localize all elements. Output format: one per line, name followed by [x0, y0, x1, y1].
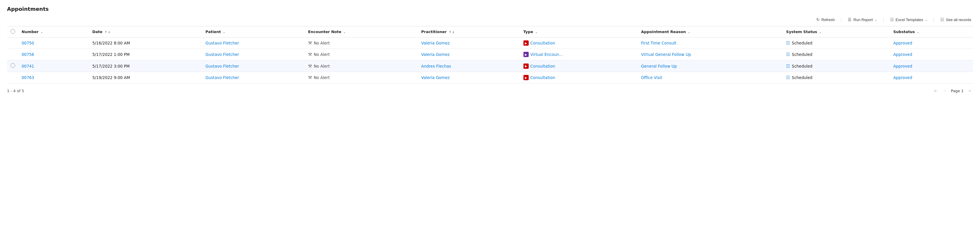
row-number: 00763 — [19, 72, 89, 83]
row-substatus: Approved — [890, 49, 973, 60]
row-type: ▶Consultation — [520, 37, 638, 49]
row-appointment-reason: General Follow Up — [638, 60, 783, 72]
row-type: ▶Consultation — [520, 60, 638, 72]
column-number: Number ⌄ — [19, 26, 89, 37]
row-number: 00741 — [19, 60, 89, 72]
type-link[interactable]: Consultation — [530, 41, 555, 45]
reason-link[interactable]: Virtual General Follow Up — [641, 52, 691, 57]
number-link[interactable]: 00763 — [22, 75, 34, 80]
row-date: 5/16/2022 8:00 AM — [89, 37, 203, 49]
type-link[interactable]: Virtual Encoun... — [530, 52, 563, 57]
row-system-status: ☷Scheduled — [783, 37, 890, 49]
column-encounter-note: Encounter Note ⌄ — [305, 26, 418, 37]
row-encounter-note: ⚒No Alert — [305, 49, 418, 60]
refresh-icon: ↻ — [816, 17, 820, 22]
substatus-link[interactable]: Approved — [893, 52, 912, 57]
row-radio[interactable] — [11, 63, 15, 68]
encounter-note-text: No Alert — [314, 75, 330, 80]
table-row: 007565/17/2022 1:00 PMGustavo Fletcher⚒N… — [7, 49, 973, 60]
type-badge-icon: ▶ — [523, 75, 529, 80]
first-page-button[interactable]: ⇤ — [933, 88, 939, 94]
reason-link[interactable]: First Time Consult — [641, 41, 676, 45]
patient-link[interactable]: Gustavo Fletcher — [205, 75, 239, 80]
row-patient: Gustavo Fletcher — [203, 37, 305, 49]
type-link[interactable]: Consultation — [530, 64, 555, 69]
status-text: Scheduled — [792, 75, 813, 80]
status-icon: ☷ — [786, 64, 790, 69]
row-date: 5/17/2022 1:00 PM — [89, 49, 203, 60]
system-status-sort-icon[interactable]: ⌄ — [819, 31, 821, 34]
row-encounter-note: ⚒No Alert — [305, 37, 418, 49]
patient-link[interactable]: Gustavo Fletcher — [205, 41, 239, 45]
table-row: 007635/19/2022 9:00 AMGustavo Fletcher⚒N… — [7, 72, 973, 83]
type-sort-icon[interactable]: ⌄ — [535, 31, 538, 34]
number-sort-icon[interactable]: ⌄ — [41, 31, 43, 34]
encounter-note-text: No Alert — [314, 64, 330, 69]
row-patient: Gustavo Fletcher — [203, 72, 305, 83]
row-system-status: ☷Scheduled — [783, 72, 890, 83]
reason-link[interactable]: Office Visit — [641, 75, 662, 80]
practitioner-link[interactable]: Valeria Gomez — [421, 52, 450, 57]
type-badge-icon: ▶ — [523, 52, 529, 57]
encounter-icon: ⚒ — [308, 52, 312, 57]
row-select-cell — [7, 49, 19, 60]
row-appointment-reason: Virtual General Follow Up — [638, 49, 783, 60]
row-date: 5/17/2022 3:00 PM — [89, 60, 203, 72]
prev-page-button[interactable]: ← — [942, 88, 948, 94]
practitioner-link[interactable]: Valeria Gomez — [421, 41, 450, 45]
reason-link[interactable]: General Follow Up — [641, 64, 677, 69]
row-practitioner: Valeria Gomez — [418, 49, 520, 60]
patient-link[interactable]: Gustavo Fletcher — [205, 64, 239, 69]
pagination: 1 - 4 of 5 ⇤ ← Page 1 → — [7, 88, 973, 94]
refresh-button[interactable]: ↻ Refresh — [815, 16, 837, 23]
number-link[interactable]: 00756 — [22, 52, 34, 57]
status-icon: ☷ — [786, 75, 790, 80]
type-badge-icon: ▶ — [523, 40, 529, 46]
substatus-link[interactable]: Approved — [893, 41, 912, 45]
see-all-records-icon: ☷ — [940, 17, 944, 22]
practitioner-sort-up-icon[interactable]: ↑ — [449, 31, 451, 34]
row-patient: Gustavo Fletcher — [203, 49, 305, 60]
practitioner-link[interactable]: Andres Flechas — [421, 64, 451, 69]
type-link[interactable]: Consultation — [530, 75, 555, 80]
column-select — [7, 26, 19, 37]
page-number: Page 1 — [951, 89, 964, 93]
appointments-table: Number ⌄ Date ↑↓ Patient ⌄ Encounter Not… — [7, 26, 973, 83]
reason-sort-icon[interactable]: ⌄ — [688, 31, 690, 34]
excel-templates-chevron: ⌄ — [925, 18, 927, 21]
column-type: Type ⌄ — [520, 26, 638, 37]
next-page-button[interactable]: → — [966, 88, 973, 94]
row-select-cell — [7, 37, 19, 49]
table-row: 007415/17/2022 3:00 PMGustavo Fletcher⚒N… — [7, 60, 973, 72]
substatus-sort-icon[interactable]: ⌄ — [916, 31, 919, 34]
encounter-icon: ⚒ — [308, 64, 312, 69]
number-link[interactable]: 00750 — [22, 41, 34, 45]
practitioner-sort-down-icon[interactable]: ↓ — [452, 31, 455, 34]
type-badge-icon: ▶ — [523, 64, 529, 69]
column-appointment-reason: Appointment Reason ⌄ — [638, 26, 783, 37]
date-sort-up-icon[interactable]: ↑ — [105, 31, 107, 34]
encounter-icon: ⚒ — [308, 75, 312, 80]
row-patient: Gustavo Fletcher — [203, 60, 305, 72]
practitioner-link[interactable]: Valeria Gomez — [421, 75, 450, 80]
date-sort-down-icon[interactable]: ↓ — [108, 31, 110, 34]
encounter-sort-icon[interactable]: ⌄ — [343, 31, 346, 34]
excel-templates-icon: ☷ — [890, 17, 894, 22]
row-appointment-reason: Office Visit — [638, 72, 783, 83]
number-link[interactable]: 00741 — [22, 64, 34, 69]
row-select-cell — [7, 60, 19, 72]
column-practitioner: Practitioner ↑↓ — [418, 26, 520, 37]
status-text: Scheduled — [792, 64, 813, 69]
excel-templates-button[interactable]: ☷ Excel Templates ⌄ — [888, 16, 929, 23]
see-all-records-button[interactable]: ☷ See all records — [939, 16, 973, 23]
substatus-link[interactable]: Approved — [893, 75, 912, 80]
row-appointment-reason: First Time Consult — [638, 37, 783, 49]
column-system-status: System Status ⌄ — [783, 26, 890, 37]
encounter-note-text: No Alert — [314, 41, 330, 45]
run-report-button[interactable]: ☰ Run Report ⌄ — [846, 16, 878, 23]
substatus-link[interactable]: Approved — [893, 64, 912, 69]
header-checkbox[interactable] — [11, 29, 15, 34]
patient-link[interactable]: Gustavo Fletcher — [205, 52, 239, 57]
pagination-controls: ⇤ ← Page 1 → — [933, 88, 973, 94]
patient-sort-icon[interactable]: ⌄ — [223, 31, 225, 34]
